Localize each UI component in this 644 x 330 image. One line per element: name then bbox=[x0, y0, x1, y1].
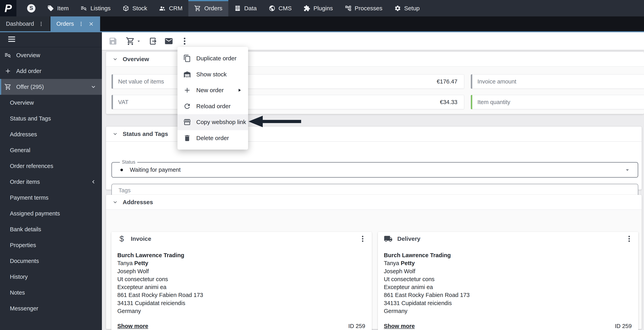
sidebar-item-general[interactable]: General bbox=[0, 142, 102, 158]
nav-item-stock[interactable]: Stock bbox=[116, 0, 153, 16]
kebab-icon[interactable] bbox=[78, 21, 84, 27]
top-app-bar: P SItemListingsStockCRMOrdersDataCMSPlug… bbox=[0, 0, 644, 16]
menu-item-delete-order[interactable]: Delete order bbox=[178, 130, 248, 146]
card-kebab-icon[interactable] bbox=[625, 235, 633, 243]
nav-item-data[interactable]: Data bbox=[228, 0, 262, 16]
section-title: Addresses bbox=[123, 199, 153, 206]
menu-item-copy-webshop-link[interactable]: Copy webshop link bbox=[178, 114, 248, 130]
dollar-icon: $ bbox=[117, 234, 126, 243]
app-logo[interactable]: P bbox=[0, 0, 16, 16]
nav-item-plugins[interactable]: Plugins bbox=[298, 0, 339, 16]
address-line: Ut consectetur cons bbox=[117, 275, 203, 283]
hamburger-menu-icon[interactable] bbox=[7, 34, 16, 44]
address-card-footer: Show moreID 259 bbox=[117, 323, 365, 330]
toolbar-caret-down-icon[interactable] bbox=[136, 36, 142, 46]
nav-item-label: Item bbox=[57, 5, 69, 12]
menu-item-show-stock[interactable]: Show stock bbox=[178, 66, 248, 82]
processes-icon bbox=[345, 5, 352, 12]
field-value: €176.47 bbox=[437, 78, 458, 85]
sidebar-item-label: Status and Tags bbox=[10, 115, 51, 122]
nav-item-processes[interactable]: Processes bbox=[339, 0, 388, 16]
nav-item-setup[interactable]: Setup bbox=[388, 0, 426, 16]
nav-item-label: Data bbox=[244, 5, 256, 12]
sidebar-item-label: Messenger bbox=[10, 305, 38, 312]
sidebar-item-notes[interactable]: Notes bbox=[0, 285, 102, 300]
nav-item-crm[interactable]: CRM bbox=[153, 0, 188, 16]
sidebar-item-label: Order items bbox=[10, 179, 40, 185]
tab-dashboard[interactable]: Dashboard bbox=[0, 16, 50, 31]
menu-item-label: Show stock bbox=[196, 71, 226, 78]
sidebar-item-payment-terms[interactable]: Payment terms bbox=[0, 190, 102, 206]
address-line: Ut consectetur cons bbox=[384, 275, 470, 283]
field-color-bar bbox=[112, 95, 113, 109]
menu-item-reload-order[interactable]: Reload order bbox=[178, 98, 248, 114]
setup-icon bbox=[394, 5, 401, 12]
sidebar-item-assigned-payments[interactable]: Assigned payments bbox=[0, 206, 102, 222]
section-title: Overview bbox=[123, 56, 149, 62]
sidebar-item-label: Offer (295) bbox=[16, 84, 44, 90]
sidebar-item-order-items[interactable]: Order items bbox=[0, 174, 102, 190]
nav-item-label: Orders bbox=[204, 5, 222, 12]
sidebar-item-bank-details[interactable]: Bank details bbox=[0, 222, 102, 237]
chevron-down-icon bbox=[112, 56, 118, 62]
address-card-title: Invoice bbox=[131, 236, 151, 242]
nav-item-label: Setup bbox=[404, 5, 420, 12]
sidebar-item-add-order[interactable]: Add order bbox=[0, 63, 102, 79]
address-card-title: Delivery bbox=[397, 236, 420, 242]
kebab-icon[interactable] bbox=[38, 21, 44, 27]
sidebar-item-addresses[interactable]: Addresses bbox=[0, 126, 102, 142]
nav-item-s-badge[interactable]: S bbox=[21, 0, 41, 16]
dropdown-caret-icon[interactable] bbox=[624, 166, 631, 174]
nav-item-cms[interactable]: CMS bbox=[263, 0, 298, 16]
sidebar-item-messenger[interactable]: Messenger bbox=[0, 300, 102, 316]
store-icon bbox=[183, 118, 191, 126]
menu-item-new-order[interactable]: New order bbox=[178, 82, 248, 98]
toolbar-export-button[interactable] bbox=[148, 36, 158, 46]
menu-item-label: Delete order bbox=[196, 135, 229, 142]
sidebar-item-label: Bank details bbox=[10, 226, 41, 233]
nav-item-listings[interactable]: Listings bbox=[74, 0, 116, 16]
field-color-bar bbox=[471, 95, 472, 109]
sidebar-item-properties[interactable]: Properties bbox=[0, 237, 102, 253]
status-select[interactable]: Status Waiting for payment bbox=[112, 162, 638, 178]
address-line: Germany bbox=[117, 307, 203, 315]
copy-icon bbox=[183, 54, 191, 62]
cart-icon bbox=[4, 83, 12, 90]
card-kebab-icon[interactable] bbox=[359, 235, 366, 243]
show-more-link[interactable]: Show more bbox=[117, 323, 148, 330]
nav-item-label: Stock bbox=[132, 5, 147, 12]
status-value: Waiting for payment bbox=[130, 166, 181, 173]
tag-icon bbox=[47, 5, 54, 12]
section-addresses-header[interactable]: Addresses bbox=[106, 195, 642, 210]
sidebar-item-label: Overview bbox=[10, 100, 34, 106]
tab-orders[interactable]: Orders bbox=[50, 16, 100, 31]
nav-item-orders[interactable]: Orders bbox=[188, 0, 228, 16]
toolbar-cart-button[interactable] bbox=[126, 36, 135, 46]
toolbar-kebab-button[interactable] bbox=[180, 36, 189, 46]
field-color-bar bbox=[112, 74, 113, 89]
status-field-label: Status bbox=[120, 159, 137, 165]
field-item-quantity: Item quantity bbox=[471, 95, 644, 109]
menu-item-duplicate-order[interactable]: Duplicate order bbox=[178, 50, 248, 66]
toolbar-mail-button[interactable] bbox=[164, 36, 174, 46]
stock-icon bbox=[122, 5, 129, 12]
sidebar-item-label: History bbox=[10, 274, 28, 280]
sidebar-item-status-and-tags[interactable]: Status and Tags bbox=[0, 110, 102, 126]
sidebar-item-order-references[interactable]: Order references bbox=[0, 158, 102, 174]
close-icon[interactable] bbox=[88, 21, 94, 27]
address-card-footer: Show moreID 259 bbox=[384, 323, 632, 330]
show-more-link[interactable]: Show more bbox=[384, 323, 415, 330]
nav-item-label: Listings bbox=[90, 5, 110, 12]
overview-search-icon bbox=[4, 52, 12, 59]
tab-label: Dashboard bbox=[6, 20, 34, 27]
page: { "topnav": { "items": [ {"icon": "s-bad… bbox=[0, 0, 644, 330]
sidebar: OverviewAdd orderOffer (295)OverviewStat… bbox=[0, 32, 102, 330]
sidebar-item-documents[interactable]: Documents bbox=[0, 253, 102, 269]
sidebar-item-overview[interactable]: Overview bbox=[0, 47, 102, 63]
sidebar-item-label: Assigned payments bbox=[10, 210, 60, 217]
sidebar-item-overview[interactable]: Overview bbox=[0, 95, 102, 110]
field-label: Item quantity bbox=[478, 99, 510, 106]
sidebar-item-history[interactable]: History bbox=[0, 269, 102, 285]
sidebar-item-offer-295[interactable]: Offer (295) bbox=[0, 79, 102, 95]
nav-item-item[interactable]: Item bbox=[41, 0, 74, 16]
